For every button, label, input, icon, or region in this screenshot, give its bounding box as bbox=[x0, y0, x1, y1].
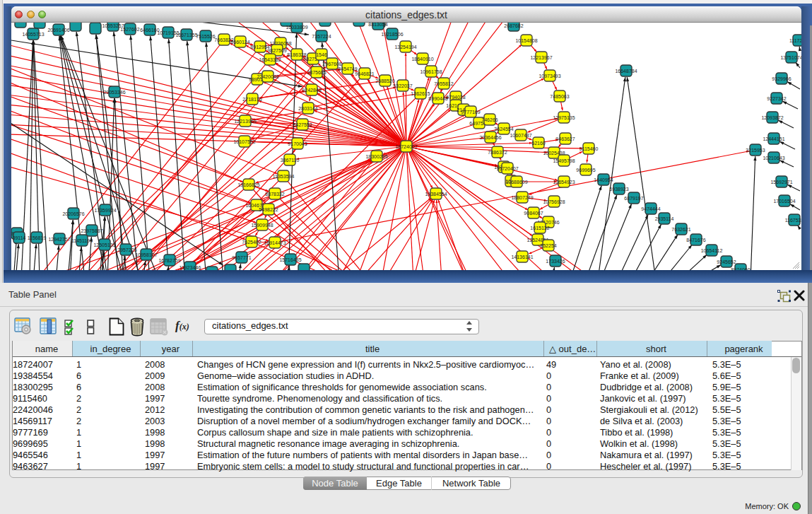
svg-text:10688609: 10688609 bbox=[505, 180, 527, 185]
svg-text:5938923: 5938923 bbox=[609, 187, 628, 192]
svg-text:10154808: 10154808 bbox=[515, 38, 537, 43]
svg-text:15909948: 15909948 bbox=[251, 223, 273, 228]
svg-text:15716485: 15716485 bbox=[279, 257, 301, 262]
svg-text:1117231: 1117231 bbox=[789, 38, 801, 43]
svg-text:7886372: 7886372 bbox=[488, 150, 507, 155]
svg-text:13751074: 13751074 bbox=[780, 55, 801, 60]
svg-text:15495798: 15495798 bbox=[553, 158, 575, 163]
svg-text:10654112: 10654112 bbox=[701, 248, 723, 253]
svg-text:10973493: 10973493 bbox=[539, 74, 560, 78]
svg-text:9245652: 9245652 bbox=[717, 259, 736, 264]
svg-text:12213969: 12213969 bbox=[234, 119, 256, 124]
svg-text:1733426: 1733426 bbox=[546, 259, 565, 264]
svg-text:7515526: 7515526 bbox=[196, 34, 215, 39]
svg-text:9646821: 9646821 bbox=[355, 71, 374, 76]
svg-text:8990448: 8990448 bbox=[428, 96, 447, 101]
svg-text:39114: 39114 bbox=[13, 235, 26, 240]
svg-text:9463627: 9463627 bbox=[555, 136, 575, 141]
svg-text:11923446: 11923446 bbox=[180, 265, 201, 270]
svg-text:746266: 746266 bbox=[481, 117, 498, 122]
svg-text:8454749: 8454749 bbox=[338, 66, 357, 71]
svg-text:1640954: 1640954 bbox=[594, 177, 613, 182]
svg-text:9329966: 9329966 bbox=[772, 76, 791, 81]
svg-text:1615132: 1615132 bbox=[530, 226, 549, 230]
svg-text:5322037: 5322037 bbox=[393, 83, 412, 88]
svg-text:1527602: 1527602 bbox=[120, 27, 139, 32]
svg-text:20691406: 20691406 bbox=[47, 28, 69, 33]
svg-text:8878332: 8878332 bbox=[265, 192, 284, 197]
svg-text:8471676: 8471676 bbox=[686, 238, 705, 243]
svg-text:3624554: 3624554 bbox=[494, 127, 513, 132]
svg-text:15692971: 15692971 bbox=[770, 180, 792, 185]
svg-text:6794028: 6794028 bbox=[446, 95, 465, 100]
svg-text:7632621: 7632621 bbox=[671, 227, 690, 232]
svg-text:18807249: 18807249 bbox=[511, 195, 533, 200]
svg-text:2588520: 2588520 bbox=[375, 78, 394, 83]
svg-text:252254: 252254 bbox=[540, 243, 556, 248]
svg-text:9699695: 9699695 bbox=[576, 168, 595, 173]
svg-text:11353594: 11353594 bbox=[273, 174, 295, 179]
svg-text:3215953: 3215953 bbox=[746, 148, 765, 153]
svg-text:12093872: 12093872 bbox=[761, 115, 783, 120]
svg-text:20206576: 20206576 bbox=[62, 211, 84, 216]
svg-text:6879197: 6879197 bbox=[624, 196, 643, 201]
svg-text:8974060: 8974060 bbox=[731, 267, 750, 271]
svg-text:19166825: 19166825 bbox=[237, 182, 259, 187]
svg-text:10961758: 10961758 bbox=[420, 69, 442, 74]
svg-text:17957225: 17957225 bbox=[114, 247, 136, 252]
svg-text:9115460: 9115460 bbox=[579, 146, 599, 151]
svg-text:1156819: 1156819 bbox=[28, 235, 47, 240]
svg-text:16914473: 16914473 bbox=[264, 240, 286, 245]
svg-text:20364456: 20364456 bbox=[479, 135, 501, 140]
svg-text:16782759: 16782759 bbox=[158, 258, 180, 263]
svg-text:3875685: 3875685 bbox=[307, 70, 326, 75]
svg-text:14055713: 14055713 bbox=[22, 32, 44, 37]
svg-text:23975887: 23975887 bbox=[81, 228, 102, 233]
svg-text:8427552: 8427552 bbox=[293, 122, 312, 127]
svg-text:12975135: 12975135 bbox=[553, 115, 575, 120]
svg-text:13654923: 13654923 bbox=[553, 180, 575, 185]
svg-text:16648784: 16648784 bbox=[615, 69, 637, 74]
svg-text:15720407: 15720407 bbox=[496, 166, 518, 171]
svg-text:10107552: 10107552 bbox=[233, 139, 255, 144]
svg-text:10607487: 10607487 bbox=[510, 133, 531, 138]
svg-text:2687682: 2687682 bbox=[504, 23, 523, 28]
svg-text:9827509: 9827509 bbox=[267, 48, 286, 53]
svg-text:10210643: 10210643 bbox=[763, 156, 784, 160]
svg-text:2718176: 2718176 bbox=[242, 97, 261, 102]
svg-text:9474444: 9474444 bbox=[641, 206, 660, 211]
svg-text:18640910: 18640910 bbox=[411, 57, 433, 62]
svg-text:1546: 1546 bbox=[316, 52, 327, 57]
svg-text:7485063: 7485063 bbox=[550, 94, 569, 99]
svg-text:17359924: 17359924 bbox=[94, 208, 116, 213]
svg-text:10756928: 10756928 bbox=[543, 199, 565, 204]
svg-text:8660124: 8660124 bbox=[230, 40, 249, 45]
svg-text:1362615: 1362615 bbox=[411, 91, 430, 96]
svg-text:11451194: 11451194 bbox=[71, 238, 93, 243]
svg-text:9777169: 9777169 bbox=[461, 110, 480, 115]
svg-text:9084067: 9084067 bbox=[524, 211, 543, 216]
svg-text:10958107: 10958107 bbox=[135, 252, 157, 257]
svg-text:16543382: 16543382 bbox=[259, 57, 281, 62]
svg-text:12942757: 12942757 bbox=[48, 237, 70, 242]
svg-text:14136141: 14136141 bbox=[511, 255, 533, 259]
svg-text:9227342: 9227342 bbox=[767, 96, 786, 101]
svg-text:8813054: 8813054 bbox=[368, 23, 387, 27]
svg-text:7357224: 7357224 bbox=[312, 34, 331, 39]
svg-text:62160: 62160 bbox=[531, 141, 546, 146]
svg-text:19384554: 19384554 bbox=[425, 192, 447, 197]
svg-text:12213967: 12213967 bbox=[530, 55, 552, 60]
svg-text:13254194: 13254194 bbox=[394, 45, 416, 49]
svg-text:9657771: 9657771 bbox=[232, 255, 251, 260]
svg-text:5498222: 5498222 bbox=[259, 207, 278, 212]
svg-text:16671355: 16671355 bbox=[175, 33, 197, 37]
svg-text:7625402: 7625402 bbox=[242, 240, 261, 245]
svg-text:2803144: 2803144 bbox=[298, 106, 317, 111]
svg-text:16033809: 16033809 bbox=[286, 25, 307, 30]
svg-text:12444151: 12444151 bbox=[763, 136, 784, 141]
svg-text:9170043: 9170043 bbox=[288, 141, 307, 146]
svg-text:3867110: 3867110 bbox=[281, 158, 300, 163]
svg-text:1167533: 1167533 bbox=[785, 218, 801, 223]
svg-text:7955812: 7955812 bbox=[434, 81, 453, 86]
svg-text:29053346: 29053346 bbox=[103, 90, 125, 95]
